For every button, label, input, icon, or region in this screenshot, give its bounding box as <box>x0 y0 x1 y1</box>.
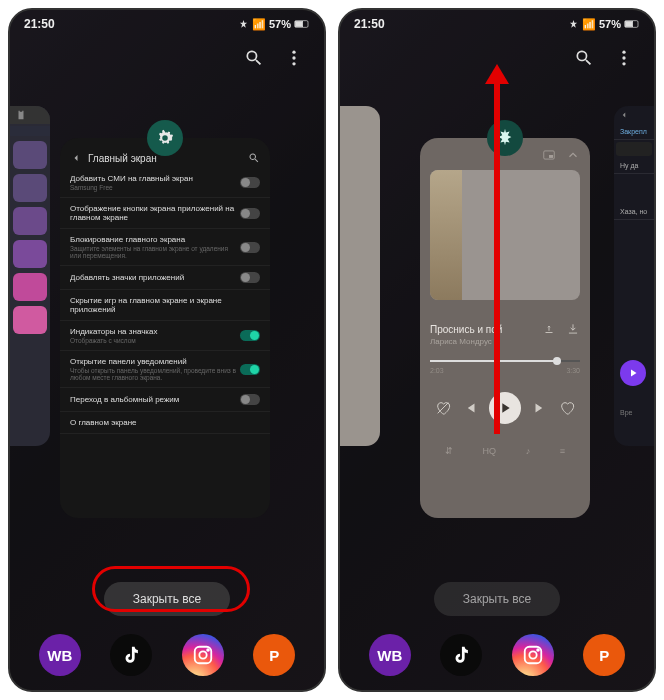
setting-row[interactable]: Скрытие игр на главном экране и экране п… <box>60 290 270 321</box>
status-time: 21:50 <box>354 17 385 31</box>
svg-point-22 <box>537 649 539 651</box>
nav-bar <box>10 686 324 692</box>
song-title: Проснись и пой <box>430 324 532 335</box>
toggle[interactable] <box>240 177 260 188</box>
svg-point-14 <box>622 51 625 54</box>
dock-app[interactable]: WB <box>369 634 411 676</box>
setting-row[interactable]: Индикаторы на значкахОтображать с числом <box>60 321 270 351</box>
like-icon[interactable] <box>559 400 575 416</box>
music-bottom-item[interactable]: HQ <box>483 446 497 456</box>
dock-app[interactable] <box>110 634 152 676</box>
svg-rect-18 <box>549 155 553 158</box>
toggle[interactable] <box>240 330 260 341</box>
phone-right: 21:50 📶 57% Закрепл Ну да Хаза, но Вре <box>338 8 656 692</box>
close-all-button[interactable]: Закрыть все <box>104 582 230 616</box>
setting-row[interactable]: Блокирование главного экранаЗащитите эле… <box>60 229 270 266</box>
more-icon[interactable] <box>284 48 304 72</box>
recents-topbar <box>10 38 324 82</box>
toggle[interactable] <box>240 364 260 375</box>
toggle[interactable] <box>240 208 260 219</box>
phone-left: 21:50 📶 57% Главный экран <box>8 8 326 692</box>
svg-point-6 <box>199 651 206 658</box>
setting-row[interactable]: Добавлять значки приложений <box>60 266 270 290</box>
setting-row[interactable]: Переход в альбомный режим <box>60 388 270 412</box>
search-icon[interactable] <box>574 48 594 72</box>
prev-icon[interactable] <box>461 399 479 417</box>
dock-app[interactable] <box>182 634 224 676</box>
music-bottom-item[interactable]: ♪ <box>526 446 531 456</box>
svg-point-21 <box>529 651 536 658</box>
toggle[interactable] <box>240 394 260 405</box>
svg-rect-1 <box>295 21 302 26</box>
dock-app[interactable] <box>440 634 482 676</box>
status-bar: 21:50 📶 57% <box>340 10 654 38</box>
close-all-button[interactable]: Закрыть все <box>434 582 560 616</box>
setting-row[interactable]: О главном экране <box>60 412 270 434</box>
pip-icon[interactable] <box>542 148 556 162</box>
search-icon[interactable] <box>244 48 264 72</box>
svg-point-16 <box>622 62 625 65</box>
song-artist: Лариса Мондрус <box>430 337 532 346</box>
recents-content: Главный экран Добавить СМИ на главный эк… <box>10 82 324 574</box>
dock-app[interactable] <box>512 634 554 676</box>
svg-point-3 <box>292 56 295 59</box>
svg-rect-13 <box>625 21 632 26</box>
setting-row[interactable]: Отображение кнопки экрана приложений на … <box>60 198 270 229</box>
music-bottom-item[interactable]: ≡ <box>560 446 565 456</box>
search-icon[interactable] <box>248 152 260 164</box>
nav-bar <box>340 686 654 692</box>
setting-row[interactable]: Добавить СМИ на главный экранSamsung Fre… <box>60 168 270 198</box>
svg-point-7 <box>207 649 209 651</box>
collapse-icon[interactable] <box>566 148 580 162</box>
svg-point-2 <box>292 51 295 54</box>
swipe-up-arrow <box>485 64 509 434</box>
settings-rows: Добавить СМИ на главный экранSamsung Fre… <box>60 168 270 434</box>
dock: WBP <box>10 624 324 686</box>
dock-app[interactable]: P <box>583 634 625 676</box>
dislike-icon[interactable] <box>435 400 451 416</box>
toggle[interactable] <box>240 272 260 283</box>
back-icon[interactable] <box>70 152 82 164</box>
next-icon[interactable] <box>531 399 549 417</box>
download-icon[interactable] <box>566 322 580 336</box>
recents-card-settings[interactable]: Главный экран Добавить СМИ на главный эк… <box>60 138 270 518</box>
more-icon[interactable] <box>614 48 634 72</box>
toggle[interactable] <box>240 242 260 253</box>
settings-app-icon <box>147 120 183 156</box>
dock: WBP <box>340 624 654 686</box>
svg-point-4 <box>292 62 295 65</box>
status-right: 📶 57% <box>238 18 310 31</box>
status-bar: 21:50 📶 57% <box>10 10 324 38</box>
status-time: 21:50 <box>24 17 55 31</box>
dock-app[interactable]: P <box>253 634 295 676</box>
share-icon[interactable] <box>542 322 556 336</box>
svg-point-15 <box>622 56 625 59</box>
music-bottom-item[interactable]: ⇵ <box>445 446 453 456</box>
dock-app[interactable]: WB <box>39 634 81 676</box>
setting-row[interactable]: Открытие панели уведомленийЧтобы открыть… <box>60 351 270 388</box>
